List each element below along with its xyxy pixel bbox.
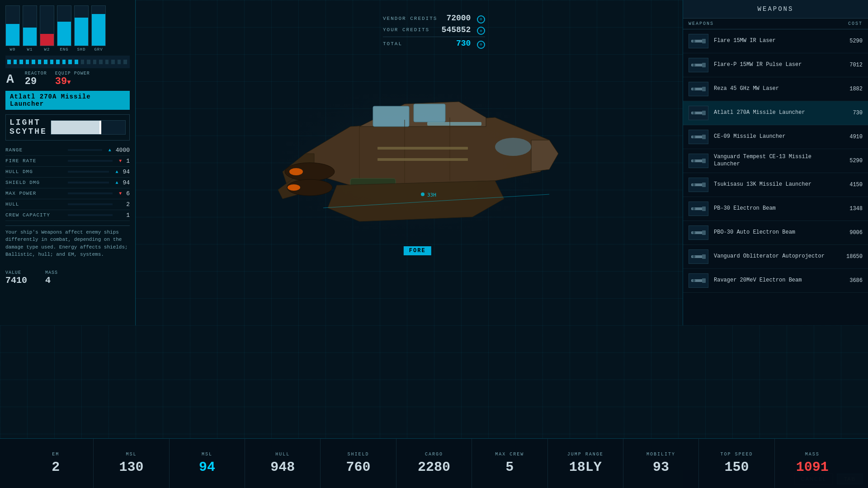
bar-label: W1	[27, 47, 33, 52]
bottom-stat-value: 2	[52, 460, 60, 475]
stat-bar	[68, 160, 113, 162]
stat-bar	[68, 171, 109, 173]
svg-rect-14	[377, 158, 468, 161]
bottom-stat-label: MSL	[126, 452, 137, 457]
weapon-list-item[interactable]: Flare 15MW IR Laser 5290	[683, 29, 868, 53]
weapon-list-item[interactable]: Vanguard Obliterator Autoprojector 18650	[683, 245, 868, 269]
svg-point-26	[693, 88, 695, 90]
weapon-list-item[interactable]: Vanguard Tempest CE-13 Missile Launcher …	[683, 149, 868, 173]
power-bar-grv: GRV	[91, 5, 106, 52]
stat-name: HULL DMG	[5, 169, 64, 174]
bottom-stat-label: JUMP RANGE	[567, 452, 604, 457]
bar-fill	[57, 22, 71, 46]
reactor-pip	[7, 60, 11, 64]
bar-label: GRV	[94, 47, 103, 52]
stat-name: RANGE	[5, 147, 64, 153]
weapon-icon	[689, 178, 708, 192]
stat-row: FIRE RATE ▼ 1	[5, 156, 130, 167]
svg-point-23	[693, 64, 695, 66]
bottom-stat-msl: MSL 94	[170, 439, 245, 488]
credits-display: VENDOR CREDITS 72000 ⊙ YOUR CREDITS 5458…	[383, 14, 485, 51]
stat-row: SHIELD DMG ▲ 94	[5, 178, 130, 188]
weapon-icon	[689, 249, 708, 264]
svg-rect-40	[702, 206, 706, 211]
stat-bar	[68, 182, 109, 183]
weapon-cost: 7012	[835, 62, 863, 68]
weapon-name: Reza 45 GHz MW Laser	[714, 85, 835, 93]
bottom-stat-jump-range: JUMP RANGE 18LY	[548, 439, 623, 488]
weapon-list-item[interactable]: Tsukisasu 13K Missile Launcher 4150	[683, 173, 868, 197]
power-bar-w0: W0	[5, 5, 20, 52]
stat-name: MAX POWER	[5, 191, 64, 196]
bottom-stat-msl: MSL 130	[94, 439, 169, 488]
bottom-bar: EM 2 MSL 130 MSL 94 HULL 948 SHIELD 760 …	[0, 438, 868, 488]
stat-row: RANGE ▲ 4000	[5, 145, 130, 156]
weapon-icon	[689, 58, 708, 72]
stat-value: 6	[126, 190, 130, 197]
power-bar-w1: W1	[23, 5, 37, 52]
value-value: 7410	[5, 275, 27, 286]
stat-arrow: ▲	[113, 169, 121, 174]
weapon-list-item[interactable]: Ravager 20MeV Electron Beam 3686	[683, 269, 868, 293]
bottom-stat-cargo: CARGO 2280	[396, 439, 472, 488]
svg-point-41	[693, 207, 695, 210]
vendor-credits-label: VENDOR CREDITS	[383, 16, 437, 21]
power-bars: W0 W1 W2 ENG SHD GRV	[5, 5, 130, 52]
weapon-cost: 1882	[835, 86, 863, 92]
stat-row: HULL 2	[5, 199, 130, 210]
bar-fill	[75, 18, 88, 46]
bar-container	[91, 5, 106, 46]
weapon-list-item[interactable]: Reza 45 GHz MW Laser 1882	[683, 77, 868, 101]
light-scythe-slider[interactable]	[51, 120, 126, 135]
reactor-pip	[118, 60, 121, 64]
reactor-pip	[56, 60, 60, 64]
stat-bar	[68, 214, 113, 216]
weapon-cost: 1348	[835, 206, 863, 212]
power-bar-w2: W2	[40, 5, 54, 52]
power-bar-eng: ENG	[57, 5, 71, 52]
svg-point-47	[693, 255, 695, 258]
reactor-pip	[68, 60, 72, 64]
slider-fill	[51, 121, 99, 134]
svg-point-38	[693, 183, 695, 186]
stat-name: SHIELD DMG	[5, 180, 64, 185]
mass-value: 4	[45, 275, 58, 286]
bottom-stat-label: SHIELD	[348, 452, 369, 457]
bottom-stat-value: 18LY	[569, 460, 602, 475]
stat-value: 94	[123, 169, 130, 175]
right-panel: WEAPONS WEAPONS COST Flare 15MW IR Laser…	[683, 0, 868, 325]
weapon-list-item[interactable]: Flare-P 15MW IR Pulse Laser 7012	[683, 53, 868, 77]
reactor-pip	[44, 60, 47, 64]
bar-container	[74, 5, 89, 46]
stat-arrow: ▲	[106, 148, 114, 153]
stat-name: CREW CAPACITY	[5, 212, 64, 218]
reactor-pip	[26, 60, 29, 64]
bottom-stat-label: EM	[52, 452, 59, 457]
stat-arrow: ▲	[113, 180, 121, 185]
weapon-list-item[interactable]: Atlatl 270A Missile Launcher 730	[683, 101, 868, 125]
weapon-cost: 9006	[835, 230, 863, 236]
weapon-icon	[689, 202, 708, 216]
weapon-list-item[interactable]: PBO-30 Auto Electron Beam 9006	[683, 221, 868, 245]
weapon-cost: 4150	[835, 182, 863, 188]
weapon-list-item[interactable]: PB-30 Electron Beam 1348	[683, 197, 868, 221]
stat-name: HULL	[5, 202, 64, 207]
weapons-col-header: WEAPONS	[689, 21, 831, 26]
bar-label: W0	[10, 47, 16, 52]
bottom-stat-value: 150	[724, 460, 749, 475]
weapon-cost: 730	[835, 110, 863, 116]
svg-rect-22	[702, 63, 706, 67]
svg-point-32	[693, 136, 695, 138]
svg-point-35	[693, 160, 695, 162]
weapon-list-item[interactable]: CE-09 Missile Launcher 4910	[683, 125, 868, 149]
svg-rect-49	[702, 278, 706, 283]
bottom-stat-label: TOP SPEED	[720, 452, 753, 457]
bar-container	[5, 5, 20, 46]
weapon-name: PB-30 Electron Beam	[714, 205, 835, 212]
reactor-pip	[32, 60, 35, 64]
bottom-stat-label: MAX CREW	[495, 452, 524, 457]
left-panel: W0 W1 W2 ENG SHD GRV A REACTOR 29	[0, 0, 136, 325]
weapons-panel-title: WEAPONS	[683, 0, 868, 19]
reactor-pip	[62, 60, 66, 64]
bottom-stat-max-crew: MAX CREW 5	[472, 439, 547, 488]
